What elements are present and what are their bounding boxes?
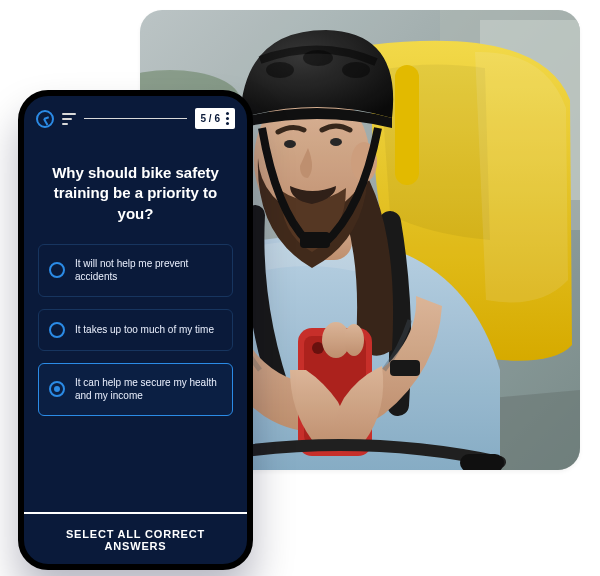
quiz-question: Why should bike safety training be a pri… bbox=[24, 135, 247, 244]
quiz-option-1[interactable]: It will not help me prevent accidents bbox=[38, 244, 233, 297]
radio-icon bbox=[49, 322, 65, 338]
kebab-icon[interactable] bbox=[226, 112, 229, 125]
quiz-option-label: It will not help me prevent accidents bbox=[75, 257, 220, 284]
clock-icon bbox=[36, 110, 54, 128]
quiz-option-label: It takes up too much of my time bbox=[75, 323, 220, 337]
quiz-instruction: SELECT ALL CORRECT ANSWERS bbox=[24, 512, 247, 564]
menu-icon[interactable] bbox=[62, 113, 76, 125]
progress-line bbox=[84, 118, 187, 119]
phone-mockup: 5 / 6 Why should bike safety training be… bbox=[18, 90, 253, 570]
radio-icon bbox=[49, 262, 65, 278]
radio-icon bbox=[49, 381, 65, 397]
quiz-options: It will not help me prevent accidents It… bbox=[24, 244, 247, 416]
progress-counter: 5 / 6 bbox=[195, 108, 235, 129]
progress-counter-text: 5 / 6 bbox=[201, 113, 220, 124]
quiz-option-3[interactable]: It can help me secure my health and my i… bbox=[38, 363, 233, 416]
quiz-option-2[interactable]: It takes up too much of my time bbox=[38, 309, 233, 351]
quiz-option-label: It can help me secure my health and my i… bbox=[75, 376, 220, 403]
quiz-topbar: 5 / 6 bbox=[24, 96, 247, 135]
